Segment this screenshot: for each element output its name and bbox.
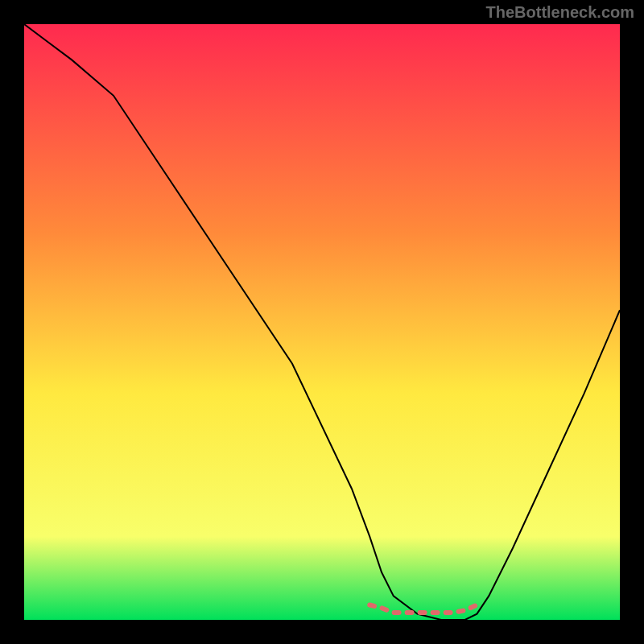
watermark-text: TheBottleneck.com	[486, 3, 634, 22]
gradient-background	[24, 24, 620, 620]
chart-svg	[24, 24, 620, 620]
chart-plot-area	[24, 24, 620, 620]
